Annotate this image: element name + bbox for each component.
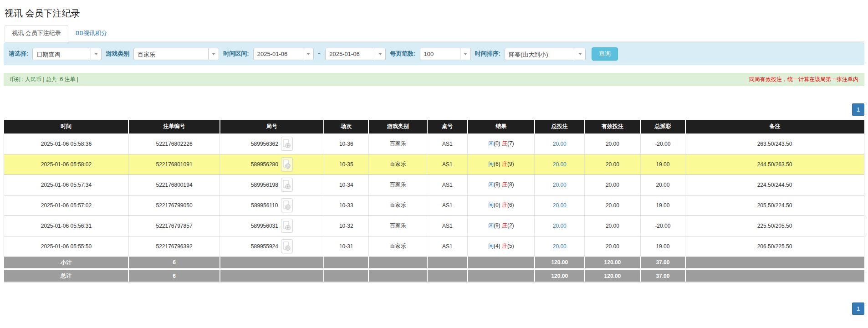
result-banker-label: 庄 [502, 202, 507, 208]
footer-label: 小计 [4, 256, 129, 269]
round-number: 589956198 [251, 182, 278, 188]
total-bet-link[interactable]: 20.00 [553, 161, 567, 168]
table-row: 2025-01-06 05:58:36 522176802226 5899563… [4, 133, 864, 154]
footer-total-bet: 120.00 [535, 256, 585, 269]
table-row: 2025-01-06 05:55:50 522176796392 5899559… [4, 236, 864, 256]
video-replay-button[interactable] [281, 219, 293, 233]
row-session: 10-35 [324, 154, 368, 174]
row-valid-bet: 20.00 [585, 133, 641, 154]
row-bet-id: 522176802226 [128, 133, 220, 154]
result-player-value: (9) [494, 222, 500, 229]
total-bet-link[interactable]: 20.00 [553, 223, 567, 229]
video-replay-icon [283, 221, 291, 231]
table-row: 2025-01-06 05:56:31 522176797857 5899560… [4, 215, 864, 236]
total-bet-link[interactable]: 20.00 [553, 141, 567, 147]
video-replay-icon [283, 139, 291, 149]
column-header: 场次 [324, 120, 368, 133]
tab-bb-video-points[interactable]: BB视讯积分 [68, 25, 114, 41]
row-payout: -20.00 [640, 133, 685, 154]
row-payout: -20.00 [640, 215, 685, 236]
table-row: 2025-01-06 05:57:34 522176800194 5899561… [4, 174, 864, 195]
total-bet-link[interactable]: 20.00 [553, 243, 567, 250]
row-table-no: AS1 [427, 154, 468, 174]
footer-total-bet: 120.00 [535, 269, 585, 282]
page-size-value: 100 [420, 48, 460, 60]
result-banker-label: 庄 [502, 181, 507, 188]
result-player-value: (4) [494, 243, 500, 249]
video-replay-button[interactable] [281, 178, 293, 192]
row-result: 闲(6) 庄(9) [468, 154, 535, 174]
page-1-button[interactable]: 1 [852, 103, 864, 116]
row-result: 闲(0) 庄(7) [468, 133, 535, 154]
row-valid-bet: 20.00 [585, 236, 641, 256]
result-banker-label: 庄 [502, 243, 507, 249]
footer-count: 6 [128, 256, 220, 269]
video-replay-icon [283, 200, 291, 210]
video-replay-button[interactable] [281, 157, 293, 171]
query-type-label: 请选择: [9, 50, 28, 58]
column-header: 备注 [685, 120, 864, 133]
result-player-label: 闲 [488, 140, 494, 147]
page-container: 视讯 会员下注纪录 视讯 会员下注纪录 BB视讯积分 请选择: 日期查询 游戏类… [0, 7, 868, 315]
total-bet-link[interactable]: 20.00 [553, 182, 567, 188]
row-remark: 224.50/244.50 [685, 174, 864, 195]
row-bet-id: 522176801091 [128, 154, 220, 174]
footer-valid-bet: 120.00 [585, 256, 641, 269]
result-player-label: 闲 [488, 161, 494, 167]
range-separator: ~ [318, 51, 322, 57]
column-header: 总投注 [535, 120, 585, 133]
result-banker-value: (2) [507, 222, 514, 229]
pagination-bottom: 1 [4, 302, 864, 315]
search-button[interactable]: 查询 [592, 47, 618, 61]
video-replay-button[interactable] [281, 198, 293, 212]
round-number: 589956110 [251, 202, 278, 209]
row-game-type: 百家乐 [368, 133, 427, 154]
row-table-no: AS1 [427, 133, 468, 154]
row-bet-id: 522176796392 [128, 236, 220, 256]
query-type-select[interactable]: 日期查询 [32, 48, 102, 60]
column-header: 总派彩 [640, 120, 685, 133]
row-remark: 225.50/205.50 [685, 215, 864, 236]
date-to-value: 2025-01-06 [326, 48, 375, 60]
game-type-value: 百家乐 [134, 48, 208, 60]
row-total-bet: 20.00 [535, 215, 585, 236]
video-replay-button[interactable] [281, 239, 293, 253]
time-sort-select[interactable]: 降幂(由大到小) [505, 48, 586, 60]
chevron-down-icon [91, 48, 101, 60]
filter-bar: 请选择: 日期查询 游戏类别 百家乐 时间区间: 2025-01-06 ~ 20… [4, 42, 864, 65]
result-player-value: (0) [494, 140, 500, 147]
chevron-down-icon [575, 48, 585, 60]
row-round: 589956198 [220, 174, 324, 195]
row-bet-id: 522176797857 [128, 215, 220, 236]
column-header: 结果 [468, 120, 535, 133]
column-header: 注单编号 [128, 120, 220, 133]
page-title: 视讯 会员下注纪录 [5, 7, 864, 20]
column-header: 局号 [220, 120, 324, 133]
row-session: 10-34 [324, 174, 368, 195]
date-to-select[interactable]: 2025-01-06 [325, 48, 386, 60]
summary-bar: 币别 : 人民币 | 总共 :6 注单 | 同局有效投注，统一计算在该局第一张注… [4, 73, 864, 86]
result-player-label: 闲 [488, 222, 494, 229]
row-session: 10-33 [324, 195, 368, 215]
round-number: 589956031 [251, 223, 278, 229]
result-player-label: 闲 [488, 181, 494, 188]
chevron-down-icon [303, 48, 313, 60]
row-round: 589955924 [220, 236, 324, 256]
date-from-select[interactable]: 2025-01-06 [253, 48, 314, 60]
row-round: 589956110 [220, 195, 324, 215]
row-bet-id: 522176799050 [128, 195, 220, 215]
result-player-value: (6) [494, 161, 500, 167]
video-replay-button[interactable] [281, 137, 293, 151]
row-time: 2025-01-06 05:58:02 [4, 154, 129, 174]
row-time: 2025-01-06 05:57:34 [4, 174, 129, 195]
tab-betting-records[interactable]: 视讯 会员下注纪录 [5, 25, 68, 41]
total-bet-link[interactable]: 20.00 [553, 202, 567, 209]
row-result: 闲(4) 庄(5) [468, 236, 535, 256]
footer-payout: 37.00 [640, 256, 685, 269]
page-1-button[interactable]: 1 [852, 302, 864, 315]
game-type-select[interactable]: 百家乐 [133, 48, 219, 60]
row-session: 10-31 [324, 236, 368, 256]
page-size-select[interactable]: 100 [420, 48, 471, 60]
row-remark: 263.50/243.50 [685, 133, 864, 154]
result-player-value: (9) [494, 181, 500, 188]
